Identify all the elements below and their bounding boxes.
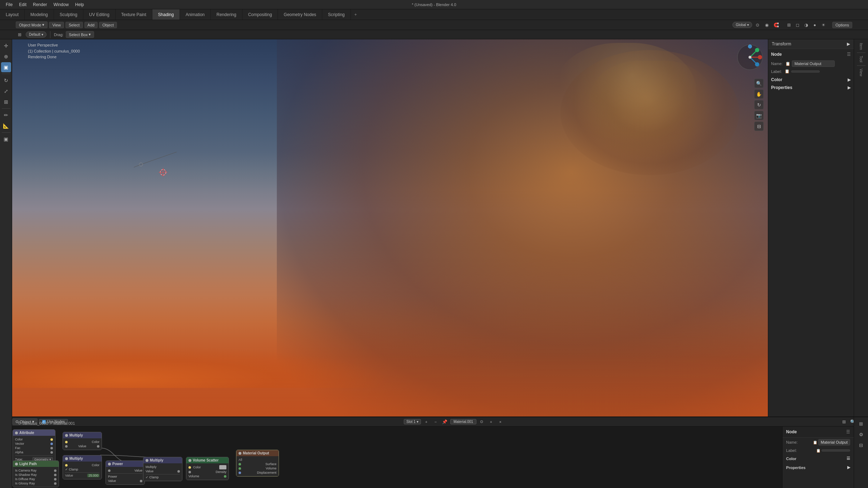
node-tool-btn-2[interactable]: ⚙ (856, 429, 866, 439)
tab-scripting[interactable]: Scripting (322, 9, 351, 20)
options-btn[interactable]: Options (832, 22, 852, 28)
tab-rendering[interactable]: Rendering (211, 9, 242, 20)
viewport-shading-wire[interactable]: ◻ (794, 21, 801, 29)
add-slot-btn[interactable]: + (422, 418, 430, 426)
node-prop-name-icon[interactable]: 📋 (813, 440, 817, 444)
node-prop-label-value[interactable] (822, 449, 850, 452)
vs-volume-out (224, 475, 226, 478)
select-box-dropdown[interactable]: Select Box ▾ (66, 31, 94, 38)
tab-modeling[interactable]: Modeling (25, 9, 54, 20)
m3-multiply-label: Multiply (146, 465, 157, 469)
menu-help[interactable]: Help (72, 1, 87, 8)
node-prop-options[interactable]: ☰ (846, 429, 850, 434)
menu-render[interactable]: Render (30, 1, 50, 8)
remove-slot-btn[interactable]: − (432, 418, 440, 426)
rotate-tool[interactable]: ↻ (1, 75, 11, 85)
material-pin-btn[interactable]: 📌 (441, 418, 449, 426)
tab-texture-paint[interactable]: Texture Paint (116, 9, 152, 20)
add-workspace-tab[interactable]: + (351, 9, 361, 20)
viewport-shading-solid[interactable]: ◑ (802, 21, 810, 29)
color-section-header[interactable]: Color ☰ (783, 454, 854, 463)
viewport-3d[interactable]: User Perspective (1) Collection | cumulu… (12, 39, 768, 416)
power-in-label: Value (134, 469, 142, 472)
object-mode-dropdown[interactable]: Object Mode ▾ (16, 21, 48, 28)
menu-file[interactable]: File (3, 1, 15, 8)
tab-shading[interactable]: Shading (152, 9, 180, 20)
node-material-output[interactable]: Material Output All Surface Volume (236, 450, 279, 477)
tool-separator-2 (2, 108, 10, 109)
node-prop-label-icon[interactable]: 📋 (816, 449, 820, 453)
node-multiply-1[interactable]: Multiply Color Value (63, 432, 102, 450)
label-icon[interactable]: 📋 (785, 69, 790, 74)
pan-tool[interactable]: ✋ (754, 89, 764, 99)
snap-btn[interactable]: 🧲 (772, 21, 780, 29)
node-multiply-3[interactable]: Multiply Multiply Value ✓ Clamp (143, 457, 182, 481)
scale-tool[interactable]: ⤢ (1, 86, 11, 96)
viewport-shading-material[interactable]: ● (811, 21, 819, 29)
view-tab-btn[interactable]: View (856, 66, 866, 79)
measure-tool[interactable]: 📐 (1, 121, 11, 131)
viewport-shading-rendered[interactable]: ☀ (819, 21, 827, 29)
drag-label: Drag: (54, 33, 64, 37)
camera-tool[interactable]: 📷 (754, 111, 764, 120)
node-properties-section-header[interactable]: Properties ▶ (783, 463, 854, 472)
color-section-header[interactable]: Color ▶ (771, 77, 851, 82)
item-tab-btn[interactable]: Item (856, 41, 866, 52)
menu-window[interactable]: Window (50, 1, 72, 8)
mo-volume-in (239, 467, 241, 470)
object-menu[interactable]: Object (99, 22, 117, 28)
cursor-tool[interactable]: ✛ (1, 41, 11, 51)
add-menu[interactable]: Add (84, 22, 98, 28)
breadcrumb-item-2[interactable]: Material.001 (53, 421, 75, 425)
view-menu[interactable]: View (49, 22, 64, 28)
move-tool[interactable]: ⊕ (1, 51, 11, 61)
zoom-tool[interactable]: 🔍 (754, 79, 764, 88)
node-power[interactable]: Power Value Power Value (106, 460, 145, 485)
viewport-gizmo (736, 43, 764, 72)
annotate-tool[interactable]: ✏ (1, 110, 11, 120)
transform-pivot-btn[interactable]: ⊙ (754, 21, 761, 29)
node-view-btn[interactable]: ⊞ (840, 418, 848, 426)
proportional-edit-btn[interactable]: ◉ (763, 21, 771, 29)
select-tool[interactable]: ▣ (1, 62, 11, 72)
breadcrumb-item-1[interactable]: cumulus_0000 (23, 421, 48, 425)
select-menu[interactable]: Select (65, 22, 83, 28)
tool-tab-btn[interactable]: Tool (856, 54, 866, 64)
material-name[interactable]: Material.001 (450, 419, 476, 424)
vs-color-swatch[interactable] (219, 465, 226, 469)
node-canvas[interactable]: Attribute Color Vector Fac (0, 427, 868, 488)
tab-compositing[interactable]: Compositing (242, 9, 278, 20)
name-value[interactable]: Material Output (792, 60, 835, 67)
orientation-dropdown[interactable]: Default ▾ (26, 31, 46, 38)
tab-geometry-nodes[interactable]: Geometry Nodes (278, 9, 322, 20)
tab-uv-editing[interactable]: UV Editing (83, 9, 116, 20)
new-material-btn[interactable]: + (487, 418, 495, 426)
node-multiply-2[interactable]: Multiply Color ✓ Clamp Value (63, 455, 102, 479)
transform-tool[interactable]: ⊞ (1, 97, 11, 107)
label-value[interactable] (791, 70, 820, 73)
orientation-toggle[interactable]: ⊞ (16, 31, 24, 39)
node-prop-name-value[interactable]: Material Output (818, 439, 850, 445)
svg-point-14 (749, 56, 751, 59)
add-obj-tool[interactable]: ▣ (1, 134, 11, 144)
render-view-tool[interactable]: ⊟ (754, 122, 764, 131)
node-tool-btn-3[interactable]: ⊟ (856, 440, 866, 450)
delete-material-btn[interactable]: × (496, 418, 504, 426)
tab-layout[interactable]: Layout (0, 9, 25, 20)
transform-section-header[interactable]: Transform ▶ (768, 39, 854, 49)
overlay-btn[interactable]: ⊞ (785, 21, 793, 29)
orbit-tool[interactable]: ↻ (754, 100, 764, 109)
node-options-btn[interactable]: ☰ (847, 52, 851, 57)
name-icon[interactable]: 📋 (785, 61, 790, 66)
node-volume-scatter[interactable]: Volume Scatter Color Density (186, 457, 229, 480)
browse-material-btn[interactable]: ⊙ (478, 418, 486, 426)
global-dropdown[interactable]: Global ▾ (732, 22, 752, 28)
tab-animation[interactable]: Animation (180, 9, 211, 20)
m3-out-value (177, 470, 180, 473)
menu-edit[interactable]: Edit (16, 1, 29, 8)
properties-section-header[interactable]: Properties ▶ (771, 85, 851, 90)
node-tool-btn-1[interactable]: ⊞ (856, 419, 866, 429)
slot-dropdown[interactable]: Slot 1 ▾ (404, 419, 421, 424)
tab-sculpting[interactable]: Sculpting (54, 9, 83, 20)
node-light-path[interactable]: Light Path Is Camera Ray Is Shadow Ray I… (13, 460, 59, 487)
